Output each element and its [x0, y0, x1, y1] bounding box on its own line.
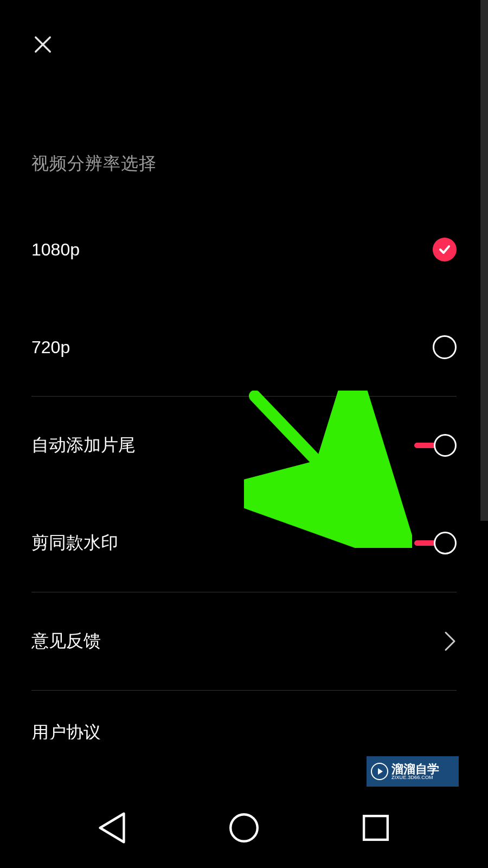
- chevron-right-icon: [444, 630, 457, 652]
- toggle-auto-outro[interactable]: [414, 433, 457, 457]
- resolution-option-label: 1080p: [31, 240, 80, 260]
- close-button[interactable]: [30, 33, 56, 59]
- android-nav-bar: [0, 788, 488, 868]
- link-row-user-agreement[interactable]: 用户协议: [31, 691, 457, 739]
- svg-rect-5: [364, 816, 388, 840]
- link-label: 意见反馈: [31, 629, 101, 653]
- toggle-watermark[interactable]: [414, 531, 457, 555]
- play-icon: [371, 763, 388, 780]
- toggle-knob: [434, 532, 457, 554]
- svg-marker-3: [100, 814, 124, 843]
- link-row-feedback[interactable]: 意见反馈: [31, 592, 457, 690]
- toggle-knob: [434, 434, 457, 457]
- section-header-resolution: 视频分辨率选择: [31, 152, 157, 176]
- nav-recent-button[interactable]: [357, 809, 395, 847]
- radio-selected-icon: [433, 238, 457, 261]
- nav-home-button[interactable]: [225, 809, 263, 847]
- svg-point-4: [230, 814, 258, 841]
- watermark-sub-text: ZIXUE.3D66.COM: [391, 775, 439, 780]
- link-label: 用户协议: [31, 721, 101, 739]
- toggle-row-auto-outro: 自动添加片尾: [31, 397, 457, 494]
- watermark-logo: 溜溜自学 ZIXUE.3D66.COM: [367, 756, 459, 787]
- toggle-label: 自动添加片尾: [31, 433, 136, 457]
- toggle-row-watermark: 剪同款水印: [31, 494, 457, 592]
- toggle-label: 剪同款水印: [31, 531, 118, 555]
- nav-back-button[interactable]: [94, 809, 132, 847]
- scrollbar[interactable]: [480, 0, 488, 521]
- resolution-option-720p[interactable]: 720p: [31, 298, 457, 396]
- watermark-main-text: 溜溜自学: [391, 763, 439, 775]
- resolution-option-1080p[interactable]: 1080p: [31, 201, 457, 298]
- close-icon: [33, 34, 53, 57]
- radio-unselected-icon: [433, 335, 457, 359]
- resolution-option-label: 720p: [31, 337, 70, 358]
